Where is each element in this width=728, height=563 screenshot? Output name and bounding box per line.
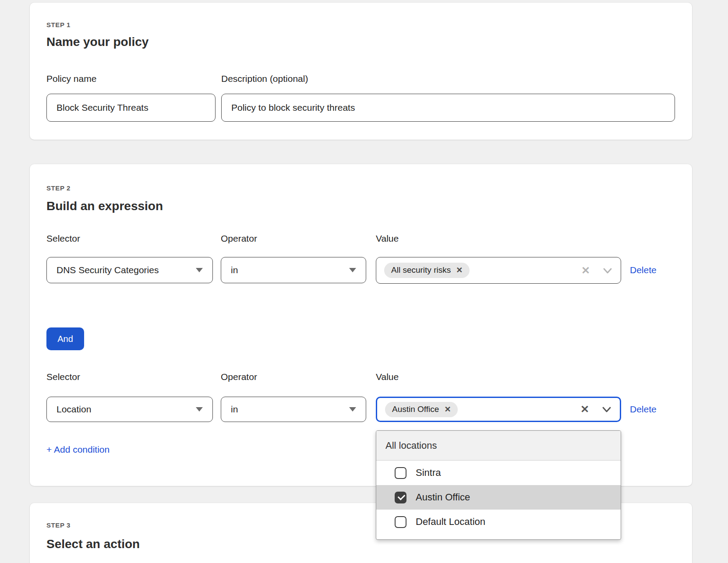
dropdown-option-all-locations[interactable]: All locations bbox=[376, 431, 621, 461]
description-input[interactable]: Policy to block security threats bbox=[221, 94, 675, 122]
policy-name-label: Policy name bbox=[46, 74, 96, 84]
row1-selector-value: DNS Security Categories bbox=[57, 265, 196, 275]
description-label: Description (optional) bbox=[221, 74, 308, 84]
row1-value-label: Value bbox=[376, 233, 399, 244]
dropdown-option-label: Austin Office bbox=[416, 492, 470, 503]
row2-value-tag-label: Austin Office bbox=[392, 405, 439, 414]
remove-tag-icon[interactable]: ✕ bbox=[444, 405, 451, 413]
step1-card: STEP 1 Name your policy Policy name Bloc… bbox=[30, 3, 692, 140]
row1-operator-dropdown[interactable]: in bbox=[221, 257, 366, 283]
step3-title: Select an action bbox=[46, 537, 140, 551]
remove-tag-icon[interactable]: ✕ bbox=[456, 266, 463, 274]
row2-operator-label: Operator bbox=[221, 372, 257, 382]
dropdown-option-sintra[interactable]: Sintra bbox=[376, 461, 621, 485]
row2-delete-button[interactable]: Delete bbox=[630, 397, 657, 422]
row2-operator-value: in bbox=[231, 404, 349, 415]
chevron-down-icon[interactable] bbox=[601, 404, 612, 415]
checkbox-checked-icon[interactable] bbox=[395, 492, 406, 503]
row1-operator-label: Operator bbox=[221, 233, 257, 244]
row1-value-tag-label: All security risks bbox=[391, 265, 451, 275]
dropdown-option-label: Sintra bbox=[416, 467, 441, 479]
location-dropdown-panel: All locations Sintra Austin Office Defau… bbox=[376, 430, 621, 540]
row2-selector-label: Selector bbox=[46, 372, 80, 382]
dropdown-triangle-icon bbox=[349, 268, 356, 272]
policy-name-value: Block Security Threats bbox=[57, 102, 148, 113]
row1-operator-value: in bbox=[231, 265, 349, 275]
row2-value-label: Value bbox=[376, 372, 399, 382]
add-condition-button[interactable]: + Add condition bbox=[46, 444, 110, 455]
policy-name-input[interactable]: Block Security Threats bbox=[46, 94, 216, 122]
step2-title: Build an expression bbox=[46, 199, 163, 213]
step2-label: STEP 2 bbox=[46, 184, 71, 192]
row2-selector-dropdown[interactable]: Location bbox=[46, 397, 213, 422]
clear-selection-icon[interactable]: ✕ bbox=[580, 404, 589, 415]
step1-label: STEP 1 bbox=[46, 21, 71, 28]
row2-value-tag: Austin Office ✕ bbox=[385, 402, 458, 417]
checkbox-unchecked-icon[interactable] bbox=[395, 467, 406, 479]
step3-label: STEP 3 bbox=[46, 521, 71, 529]
clear-selection-icon[interactable]: ✕ bbox=[581, 265, 590, 276]
and-button[interactable]: And bbox=[46, 327, 84, 350]
chevron-down-icon[interactable] bbox=[602, 265, 613, 276]
row1-selector-dropdown[interactable]: DNS Security Categories bbox=[46, 257, 213, 283]
row1-delete-button[interactable]: Delete bbox=[630, 257, 657, 283]
checkbox-unchecked-icon[interactable] bbox=[395, 516, 406, 528]
row1-selector-label: Selector bbox=[46, 233, 80, 244]
dropdown-triangle-icon bbox=[196, 407, 203, 412]
row2-operator-dropdown[interactable]: in bbox=[221, 397, 366, 422]
row2-value-multiselect[interactable]: Austin Office ✕ ✕ bbox=[376, 397, 621, 422]
description-value: Policy to block security threats bbox=[231, 102, 355, 113]
step1-title: Name your policy bbox=[46, 35, 148, 49]
dropdown-option-label: Default Location bbox=[416, 516, 485, 528]
dropdown-option-austin-office[interactable]: Austin Office bbox=[376, 485, 621, 510]
dropdown-triangle-icon bbox=[349, 407, 356, 412]
row1-value-multiselect[interactable]: All security risks ✕ ✕ bbox=[376, 257, 621, 284]
dropdown-triangle-icon bbox=[196, 268, 203, 272]
row2-selector-value: Location bbox=[57, 404, 196, 415]
dropdown-option-default-location[interactable]: Default Location bbox=[376, 510, 621, 534]
row1-value-tag: All security risks ✕ bbox=[384, 263, 470, 278]
